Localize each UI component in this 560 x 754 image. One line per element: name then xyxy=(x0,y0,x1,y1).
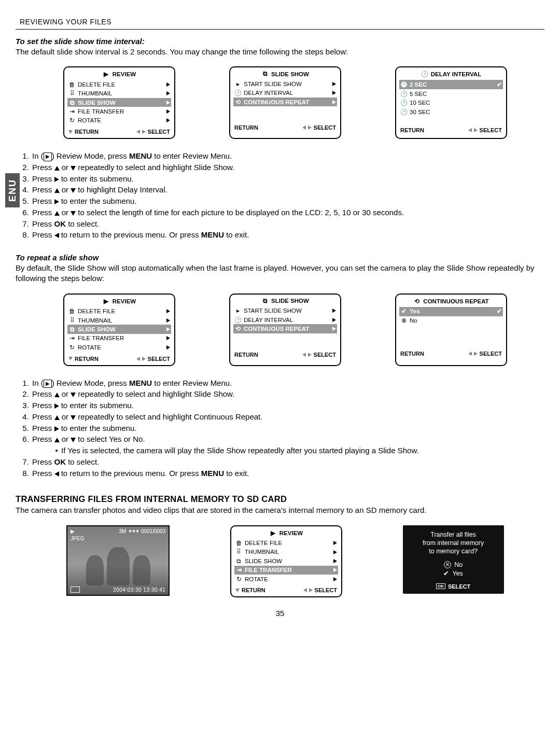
select-label: SELECT xyxy=(315,587,337,593)
step: In (▶) Review Mode, press MENU to enter … xyxy=(31,378,544,389)
menu-item-label: ROTATE xyxy=(76,117,166,124)
menu-item-label: ROTATE xyxy=(76,344,166,351)
step: Press OK to select. xyxy=(31,218,544,230)
step: Press to return to the previous menu. Or… xyxy=(31,468,544,479)
menu-item: ⧉SLIDE SHOW xyxy=(234,556,338,565)
step: Press to enter its submenu. xyxy=(31,173,544,185)
menu-item-label: DELAY INTERVAL xyxy=(242,89,332,96)
menu-row-1: ▶REVIEW 🗑DELETE FILE ⠿THUMBNAIL ⧉SLIDE S… xyxy=(47,66,524,139)
side-tab-enu: ENU xyxy=(5,173,20,207)
menu-item-label: SLIDE SHOW xyxy=(76,99,166,106)
menu-item-highlight: ⟲CONTINUOUS REPEAT xyxy=(233,97,337,106)
menu-footer: RETURN SELECT xyxy=(233,123,337,131)
no-icon xyxy=(444,561,451,568)
left-icon xyxy=(54,233,59,238)
menu-item-label: SLIDE SHOW xyxy=(243,557,333,565)
steps-interval: In (▶) Review Mode, press MENU to enter … xyxy=(19,150,544,241)
menu-item: ↻ROTATE xyxy=(67,343,171,352)
menu-title: REVIEW xyxy=(113,71,136,77)
menu-title: SLIDE SHOW xyxy=(271,298,309,304)
up-icon xyxy=(54,166,60,171)
page-number: 35 xyxy=(16,609,544,618)
page-header: REVIEWING YOUR FILES xyxy=(16,17,544,30)
menu-title: REVIEW xyxy=(113,298,136,304)
menu-footer: RETURN SELECT xyxy=(67,127,171,135)
menu-item-highlight: ⧉SLIDE SHOW xyxy=(67,98,171,107)
menu-review: ▶REVIEW 🗑DELETE FILE ⠿THUMBNAIL ⧉SLIDE S… xyxy=(63,294,175,366)
menu-row-2: ▶REVIEW 🗑DELETE FILE ⠿THUMBNAIL ⧉SLIDE S… xyxy=(47,294,524,366)
dialog-option-yes: ✔Yes xyxy=(443,569,463,577)
menu-item: ⇥FILE TRANSFER xyxy=(67,107,171,116)
menu-title: SLIDE SHOW xyxy=(271,71,309,77)
menu-item-label: 5 SEC xyxy=(408,90,502,97)
menu-item-label: CONTINUOUS REPEAT xyxy=(242,99,332,106)
menu-footer: RETURN SELECT xyxy=(67,354,171,362)
play-icon: ▸ xyxy=(234,80,242,88)
return-label: RETURN xyxy=(75,356,99,362)
play-icon: ▶ xyxy=(71,528,75,534)
up-icon xyxy=(54,188,60,193)
subhead-repeat: To repeat a slide show xyxy=(16,253,544,262)
menu-footer: RETURN SELECT xyxy=(399,125,503,133)
menu-slideshow: ⧉SLIDE SHOW ▸START SLIDE SHOW 🕑DELAY INT… xyxy=(229,66,341,139)
menu-item: ▸START SLIDE SHOW xyxy=(233,306,337,315)
repeat-icon: ⟲ xyxy=(234,99,242,106)
menu-item-label: ROTATE xyxy=(243,576,333,583)
step: Press or to highlight Delay Interval. xyxy=(31,184,544,196)
return-label: RETURN xyxy=(242,587,265,593)
select-label: SELECT xyxy=(148,356,170,362)
menu-item-label: DELETE FILE xyxy=(76,81,166,88)
step: Press or to select the length of time fo… xyxy=(31,207,544,218)
menu-item-label: 30 SEC xyxy=(408,108,502,116)
para-transfer: The camera can transfer photos and video… xyxy=(16,505,544,515)
menu-item-label: DELAY INTERVAL xyxy=(242,316,332,324)
menu-item-label: No xyxy=(408,317,502,324)
menu-item-label: 10 SEC xyxy=(408,99,502,106)
menu-item-label: CONTINUOUS REPEAT xyxy=(242,325,332,332)
select-label: SELECT xyxy=(314,352,336,358)
subhead-interval: To set the slide show time interval: xyxy=(16,37,544,46)
menu-item: 🗑DELETE FILE xyxy=(67,307,171,316)
left-icon xyxy=(468,128,472,132)
rotate-icon: ↻ xyxy=(68,117,76,124)
step: Press or repeatedly to select and highli… xyxy=(31,411,544,423)
menu-title: DELAY INTERVAL xyxy=(431,71,481,77)
menu-item: 🕑5 SEC xyxy=(399,89,503,98)
chevron-right-icon xyxy=(166,118,170,122)
menu-item: 🕑10 SEC xyxy=(399,99,503,107)
menu-item-highlight: ⟲CONTINUOUS REPEAT xyxy=(233,324,337,333)
chevron-right-icon xyxy=(166,82,170,87)
menu-item: 🕑DELAY INTERVAL xyxy=(233,89,337,97)
lcd-preview: ▶ JPEG 3M★★★0001/0003 2004:03:30 13:30:4… xyxy=(66,525,170,596)
jpeg-label: JPEG xyxy=(71,536,84,541)
menu-item: 🕑DELAY INTERVAL xyxy=(233,315,337,324)
step: Press OK to select. xyxy=(31,456,544,468)
chevron-right-icon xyxy=(166,109,170,114)
play-icon: ▶ xyxy=(103,71,110,78)
menu-item: ⠿THUMBNAIL xyxy=(67,316,171,325)
grid-icon: ⠿ xyxy=(68,90,76,97)
clock-icon: 🕑 xyxy=(400,108,408,116)
menu-item-label: FILE TRANSFER xyxy=(76,108,166,115)
chevron-right-icon xyxy=(332,100,336,104)
right-icon xyxy=(54,199,59,204)
ok-icon: OK xyxy=(436,583,445,590)
clock-icon: 🕑 xyxy=(400,81,408,88)
menu-item: 🗑DELETE FILE xyxy=(234,539,338,548)
datetime-label: 2004:03:30 13:30:41 xyxy=(113,587,165,593)
menu-item-label: START SLIDE SHOW xyxy=(242,80,332,88)
menu-item-highlight: 🕑2 SEC xyxy=(399,80,503,89)
steps-repeat: In (▶) Review Mode, press MENU to enter … xyxy=(19,378,544,479)
stars-icon: ★★★ xyxy=(128,528,139,534)
menu-item-highlight: ⧉SLIDE SHOW xyxy=(67,325,171,333)
menu-item-label: THUMBNAIL xyxy=(76,317,166,324)
para-repeat: By default, the Slide Show will stop aut… xyxy=(16,263,544,284)
step: In (▶) Review Mode, press MENU to enter … xyxy=(31,150,544,162)
clock-icon: 🕑 xyxy=(234,89,242,96)
dialog-footer: OKSELECT xyxy=(436,583,470,590)
select-label: SELECT xyxy=(148,129,170,135)
menu-item: ⊗No xyxy=(399,316,503,325)
down-icon xyxy=(71,166,76,171)
chevron-right-icon xyxy=(332,91,336,95)
para-interval: The default slide show interval is 2 sec… xyxy=(16,47,544,57)
